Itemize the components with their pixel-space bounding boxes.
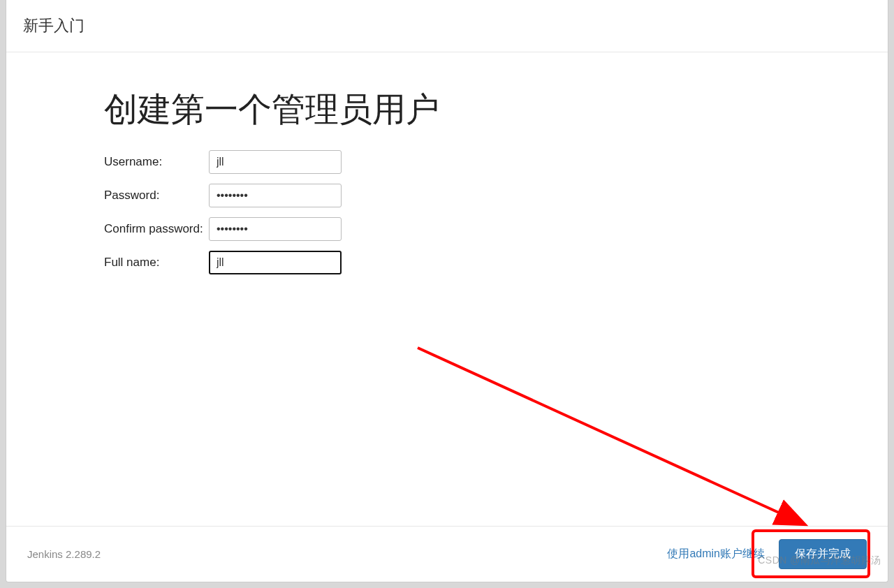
- form-row-fullname: Full name:: [104, 251, 790, 274]
- form-row-confirm-password: Confirm password:: [104, 217, 790, 241]
- fullname-label: Full name:: [104, 256, 209, 270]
- fullname-input[interactable]: [209, 251, 342, 274]
- page-title: 创建第一个管理员用户: [104, 87, 790, 132]
- form-row-password: Password:: [104, 184, 790, 207]
- confirm-password-label: Confirm password:: [104, 222, 209, 236]
- confirm-password-input[interactable]: [209, 217, 342, 241]
- modal-header: 新手入门: [6, 0, 888, 52]
- username-label: Username:: [104, 155, 209, 169]
- password-input[interactable]: [209, 184, 342, 207]
- modal-footer: Jenkins 2.289.2 使用admin账户继续 保存并完成: [6, 526, 888, 582]
- password-label: Password:: [104, 189, 209, 203]
- modal-body: 创建第一个管理员用户 Username: Password: Confirm p…: [6, 52, 888, 526]
- username-input[interactable]: [209, 150, 342, 174]
- version-text: Jenkins 2.289.2: [27, 548, 101, 560]
- save-and-finish-button[interactable]: 保存并完成: [779, 539, 867, 569]
- modal-title: 新手入门: [23, 17, 85, 34]
- continue-as-admin-link[interactable]: 使用admin账户继续: [667, 547, 765, 561]
- setup-wizard-modal: 新手入门 创建第一个管理员用户 Username: Password: Conf…: [6, 0, 888, 582]
- form-row-username: Username:: [104, 150, 790, 174]
